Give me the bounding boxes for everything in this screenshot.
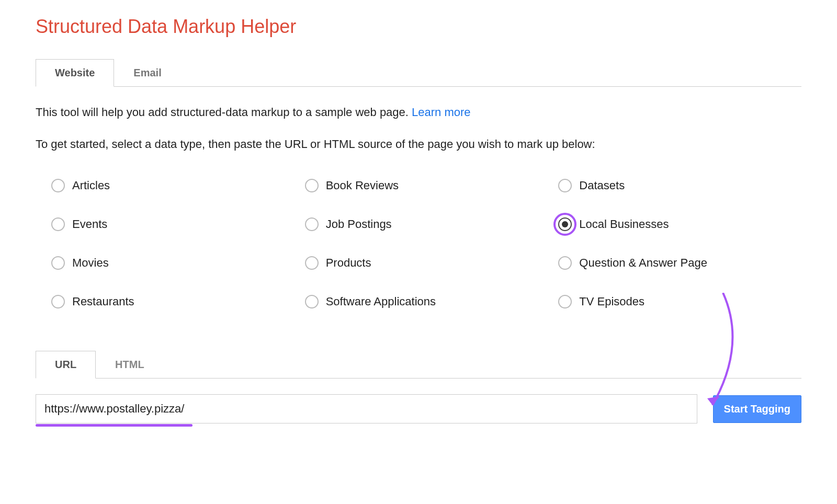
radio-icon — [558, 217, 572, 231]
radio-articles[interactable]: Articles — [51, 179, 295, 192]
radio-datasets[interactable]: Datasets — [558, 179, 801, 192]
radio-label: Book Reviews — [326, 179, 399, 192]
learn-more-link[interactable]: Learn more — [412, 106, 471, 119]
url-underline-annotation — [36, 424, 193, 427]
radio-restaurants[interactable]: Restaurants — [51, 295, 295, 308]
radio-icon — [558, 179, 572, 192]
radio-label: Products — [326, 256, 371, 270]
input-row: Start Tagging — [36, 394, 801, 423]
radio-label: Local Businesses — [579, 217, 669, 231]
radio-qa-page[interactable]: Question & Answer Page — [558, 256, 801, 270]
radio-label: Movies — [72, 256, 109, 270]
radio-label: Restaurants — [72, 295, 134, 308]
radio-products[interactable]: Products — [305, 256, 548, 270]
start-tagging-button[interactable]: Start Tagging — [713, 395, 801, 423]
url-section: URL HTML Start Tagging — [36, 350, 801, 423]
radio-icon — [51, 217, 65, 231]
instruction-text: To get started, select a data type, then… — [36, 135, 801, 153]
radio-events[interactable]: Events — [51, 217, 295, 231]
radio-icon — [305, 256, 319, 270]
radio-software-apps[interactable]: Software Applications — [305, 295, 548, 308]
radio-label: Job Postings — [326, 217, 392, 231]
radio-icon — [305, 179, 319, 192]
radio-label: TV Episodes — [579, 295, 644, 308]
radio-icon — [305, 217, 319, 231]
radio-icon — [558, 256, 572, 270]
intro-text: This tool will help you add structured-d… — [36, 104, 801, 121]
radio-label: Question & Answer Page — [579, 256, 707, 270]
radio-icon — [305, 295, 319, 308]
page-title: Structured Data Markup Helper — [36, 16, 801, 38]
url-tab-bar: URL HTML — [36, 350, 801, 379]
radio-job-postings[interactable]: Job Postings — [305, 217, 548, 231]
radio-icon — [558, 295, 572, 308]
radio-label: Events — [72, 217, 107, 231]
url-input[interactable] — [36, 394, 697, 423]
radio-label: Articles — [72, 179, 110, 192]
radio-movies[interactable]: Movies — [51, 256, 295, 270]
radio-icon — [51, 295, 65, 308]
tab-email[interactable]: Email — [114, 59, 180, 87]
main-tab-bar: Website Email — [36, 59, 801, 87]
radio-label: Datasets — [579, 179, 625, 192]
radio-icon — [51, 179, 65, 192]
tab-website[interactable]: Website — [36, 59, 114, 87]
intro-prefix: This tool will help you add structured-d… — [36, 106, 412, 119]
radio-tv-episodes[interactable]: TV Episodes — [558, 295, 801, 308]
tab-html[interactable]: HTML — [96, 351, 164, 379]
tab-url[interactable]: URL — [36, 351, 96, 379]
data-type-grid: Articles Book Reviews Datasets Events Jo… — [51, 179, 801, 308]
radio-label: Software Applications — [326, 295, 436, 308]
radio-icon — [51, 256, 65, 270]
radio-local-businesses[interactable]: Local Businesses — [558, 217, 801, 231]
radio-book-reviews[interactable]: Book Reviews — [305, 179, 548, 192]
